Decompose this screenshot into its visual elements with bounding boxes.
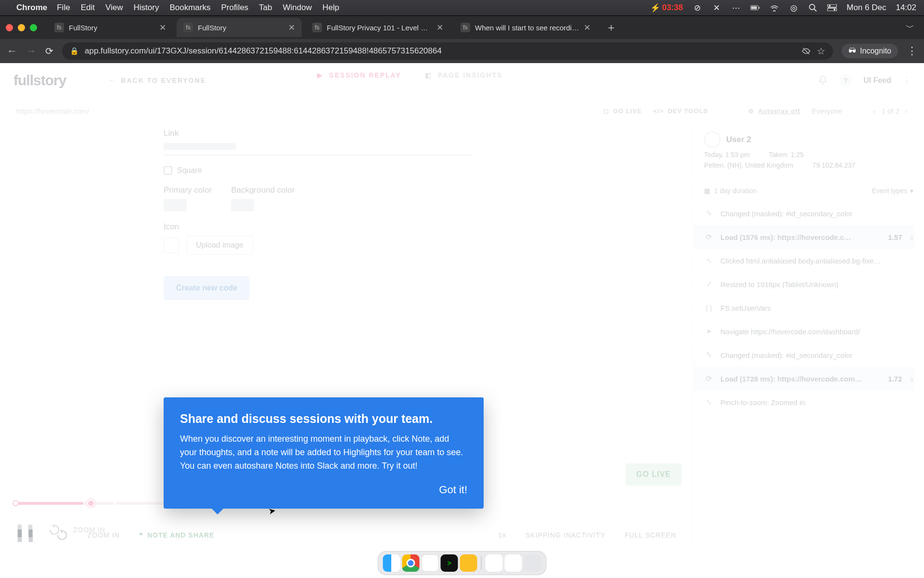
back-to-segment-link[interactable]: ← BACK TO EVERYONE	[108, 77, 206, 84]
dock-mail[interactable]	[486, 554, 503, 572]
tab-strip: fs FullStory ✕ fs FullStory ✕ fs FullSto…	[0, 16, 924, 39]
spotlight-icon[interactable]	[808, 3, 818, 13]
forward-button[interactable]: →	[26, 45, 37, 57]
ui-feed-link[interactable]: UI Feed	[863, 76, 891, 85]
menu-window[interactable]: Window	[283, 3, 312, 13]
status-icon-1[interactable]: ⊘	[693, 3, 702, 13]
dock-trash[interactable]	[524, 554, 541, 572]
dock-terminal[interactable]	[441, 554, 458, 572]
dock-app-bolt[interactable]	[460, 554, 477, 572]
primary-color-swatch[interactable]	[164, 199, 187, 211]
chrome-menu-button[interactable]: ⋮	[907, 45, 917, 57]
dock-textedit[interactable]	[505, 554, 522, 572]
go-live-inline[interactable]: ◻ GO LIVE	[603, 107, 642, 115]
omnibox[interactable]: 🔒 app.fullstory.com/ui/173GXJ/session/61…	[62, 42, 833, 60]
square-checkbox-row[interactable]: Square	[164, 166, 472, 175]
checkbox-icon[interactable]	[164, 166, 172, 175]
user-name[interactable]: User 2	[726, 135, 751, 144]
session-location: Petten, (NH), United Kingdom	[704, 161, 793, 169]
close-tab-icon[interactable]: ✕	[159, 23, 166, 33]
event-row[interactable]: ⤢ Resized to 1016px (Tablet/Unknown)	[693, 272, 924, 296]
menu-help[interactable]: Help	[322, 3, 339, 13]
incognito-badge[interactable]: 🕶 Incognito	[842, 44, 898, 58]
menu-profiles[interactable]: Profiles	[221, 3, 248, 13]
fullstory-logo[interactable]: fullstory	[13, 72, 66, 89]
tab-session-replay[interactable]: ▶ SESSION REPLAY	[316, 71, 401, 90]
bell-icon[interactable]	[818, 75, 828, 86]
timeline-start-handle[interactable]	[13, 500, 19, 506]
menubar-clock[interactable]: 14:02	[896, 3, 916, 13]
minimize-window-button[interactable]	[18, 24, 25, 31]
fullscreen-window-button[interactable]	[30, 24, 37, 31]
click-icon: ↖	[704, 256, 714, 265]
close-tab-icon[interactable]: ✕	[436, 23, 443, 33]
browser-tab-0[interactable]: fs FullStory ✕	[48, 18, 173, 37]
dock-notes[interactable]	[422, 554, 439, 572]
new-tab-button[interactable]: ＋	[606, 20, 616, 35]
menu-tab[interactable]: Tab	[259, 3, 272, 13]
lock-icon[interactable]: 🔒	[70, 47, 79, 55]
menu-edit[interactable]: Edit	[81, 3, 95, 13]
star-icon[interactable]: ☆	[817, 45, 825, 57]
popover-dismiss-button[interactable]: Got it!	[180, 484, 467, 496]
go-live-button[interactable]: GO LIVE	[626, 463, 681, 486]
battery-bolt-time[interactable]: ⚡ 03:38	[650, 3, 683, 13]
reload-button[interactable]: ⟳	[45, 45, 53, 57]
arrow-left-icon: ←	[108, 77, 116, 84]
menu-file[interactable]: File	[57, 3, 70, 13]
tab-page-insights[interactable]: ◧ PAGE INSIGHTS	[424, 71, 503, 90]
app-menu-button[interactable]: ⋮	[903, 76, 911, 85]
status-icon-2[interactable]: ✕	[712, 3, 721, 13]
event-time: 1.72	[888, 375, 902, 383]
rewind-button[interactable]	[48, 524, 61, 536]
event-row[interactable]: ✎ Changed (masked): #id_secondary_color	[693, 343, 924, 367]
pause-button[interactable]: ❚❚	[14, 523, 36, 538]
menu-bookmarks[interactable]: Bookmarks	[169, 3, 210, 13]
create-code-button[interactable]: Create new code	[164, 276, 250, 300]
focus-icon[interactable]: ◎	[789, 3, 798, 13]
prev-session-button[interactable]: ‹	[873, 107, 875, 115]
close-tab-icon[interactable]: ✕	[584, 23, 590, 33]
help-button[interactable]: ?	[839, 74, 852, 87]
dev-tools-toggle[interactable]: </> DEV TOOLS	[654, 107, 708, 115]
link-input[interactable]	[164, 138, 472, 156]
eye-off-icon[interactable]	[801, 46, 811, 56]
wifi-icon[interactable]	[770, 3, 779, 13]
upload-image-button[interactable]: Upload image	[187, 236, 253, 255]
tabs-overflow-icon[interactable]: ﹀	[906, 22, 914, 33]
status-icon-3[interactable]: ⋯	[731, 3, 741, 13]
event-row[interactable]: ✎ Changed (masked): #id_secondary_color	[693, 201, 924, 225]
browser-tab-1[interactable]: fs FullStory ✕	[177, 18, 302, 37]
event-row[interactable]: ⟳ Load (1728 ms): https://hovercode.com……	[693, 367, 924, 390]
event-row[interactable]: ⤡ Pinch-to-zoom: Zoomed in	[693, 390, 924, 414]
browser-tab-3[interactable]: fs When will I start to see recordi… ✕	[454, 18, 597, 37]
dock-finder[interactable]	[383, 554, 400, 572]
menu-history[interactable]: History	[133, 3, 159, 13]
menu-view[interactable]: View	[105, 3, 123, 13]
dock-chrome[interactable]	[402, 554, 420, 572]
back-button[interactable]: ←	[7, 45, 17, 57]
scope-label: Everyone	[812, 107, 842, 115]
menubar-date[interactable]: Mon 6 Dec	[847, 3, 886, 13]
browser-tab-2[interactable]: fs FullStory Privacy 101 - Level U… ✕	[306, 18, 450, 37]
event-row[interactable]: ➤ Navigate https://hovercode.com/dashboa…	[693, 319, 924, 343]
playhead[interactable]	[87, 499, 95, 508]
event-row[interactable]: ↖ Clicked html.antialiased body.antialia…	[693, 249, 924, 272]
close-window-button[interactable]	[6, 24, 13, 31]
next-session-button[interactable]: ›	[905, 107, 908, 115]
chevron-down-icon[interactable]: ▾	[910, 187, 913, 195]
event-row[interactable]: { } FS.setUserVars	[693, 296, 924, 319]
zoom-in-button[interactable]: ZOOM IN	[73, 526, 105, 534]
close-tab-icon[interactable]: ✕	[288, 23, 295, 33]
control-center-icon[interactable]	[827, 3, 837, 13]
menubar-app-name[interactable]: Chrome	[16, 3, 47, 13]
user-avatar[interactable]	[704, 131, 720, 148]
battery-icon[interactable]	[750, 3, 760, 13]
autoplay-toggle[interactable]: ⊘ Autoplay off	[748, 107, 800, 115]
event-row[interactable]: ⟳ Load (1576 ms): https://hovercode.c… 1…	[693, 225, 924, 249]
event-types-label[interactable]: Event types	[872, 187, 907, 195]
background-color-swatch[interactable]	[231, 199, 254, 211]
back-label: BACK TO EVERYONE	[121, 77, 206, 84]
window-controls	[6, 24, 37, 31]
incognito-icon: 🕶	[848, 47, 856, 55]
